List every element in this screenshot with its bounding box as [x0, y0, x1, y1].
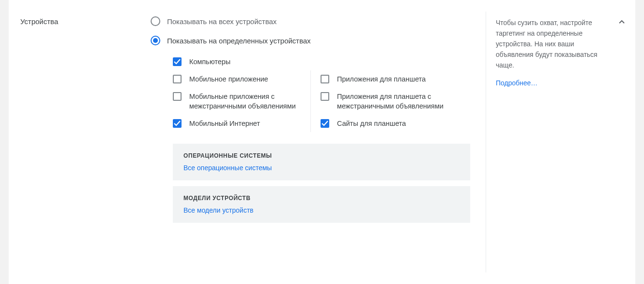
checkbox-label: Мобильные приложения с межстраничными об… — [189, 92, 301, 111]
checkbox-on-icon — [173, 57, 182, 66]
checkbox-label: Мобильное приложение — [189, 74, 268, 84]
radio-all-label: Показывать на всех устройствах — [167, 17, 277, 26]
os-box-link[interactable]: Все операционные системы — [183, 164, 460, 172]
collapse-button[interactable] — [617, 17, 627, 28]
radio-on-icon — [151, 36, 160, 45]
checkbox-label: Компьютеры — [189, 57, 230, 67]
checkbox-on-icon — [321, 119, 329, 128]
models-box-link[interactable]: Все модели устройств — [183, 206, 460, 214]
checkbox-mobile-app[interactable]: Мобильное приложение — [173, 70, 301, 88]
checkbox-on-icon — [173, 119, 182, 128]
checkbox-label: Приложения для планшета — [337, 74, 426, 84]
checkbox-off-icon — [321, 92, 329, 101]
learn-more-link[interactable]: Подробнее… — [496, 79, 538, 87]
radio-all-devices[interactable]: Показывать на всех устройствах — [151, 12, 470, 31]
radio-specific-devices[interactable]: Показывать на определенных устройствах — [151, 31, 470, 50]
checkbox-off-icon — [321, 75, 329, 83]
help-text: Чтобы сузить охват, настройте таргетинг … — [496, 17, 608, 70]
models-box-title: МОДЕЛИ УСТРОЙСТВ — [183, 195, 460, 202]
section-title: Устройства — [20, 17, 151, 26]
checkbox-label: Приложения для планшета с межстраничными… — [337, 92, 470, 111]
chevron-up-icon — [617, 17, 627, 27]
device-models-box[interactable]: МОДЕЛИ УСТРОЙСТВ Все модели устройств — [173, 186, 470, 223]
checkbox-tablet-sites[interactable]: Сайты для планшета — [321, 115, 470, 132]
checkbox-mobile-interstitial[interactable]: Мобильные приложения с межстраничными об… — [173, 88, 301, 115]
checkbox-off-icon — [173, 75, 182, 83]
checkbox-tablet-app[interactable]: Приложения для планшета — [321, 70, 470, 88]
radio-off-icon — [151, 16, 160, 26]
os-box-title: ОПЕРАЦИОННЫЕ СИСТЕМЫ — [183, 152, 460, 159]
checkbox-label: Мобильный Интернет — [189, 119, 260, 128]
radio-specific-label: Показывать на определенных устройствах — [167, 37, 311, 45]
checkbox-label: Сайты для планшета — [337, 119, 406, 128]
operating-systems-box[interactable]: ОПЕРАЦИОННЫЕ СИСТЕМЫ Все операционные си… — [173, 144, 470, 180]
checkbox-off-icon — [173, 92, 182, 101]
checkbox-computers[interactable]: Компьютеры — [173, 53, 470, 70]
checkbox-tablet-interstitial[interactable]: Приложения для планшета с межстраничными… — [321, 88, 470, 115]
checkbox-mobile-web[interactable]: Мобильный Интернет — [173, 115, 301, 132]
